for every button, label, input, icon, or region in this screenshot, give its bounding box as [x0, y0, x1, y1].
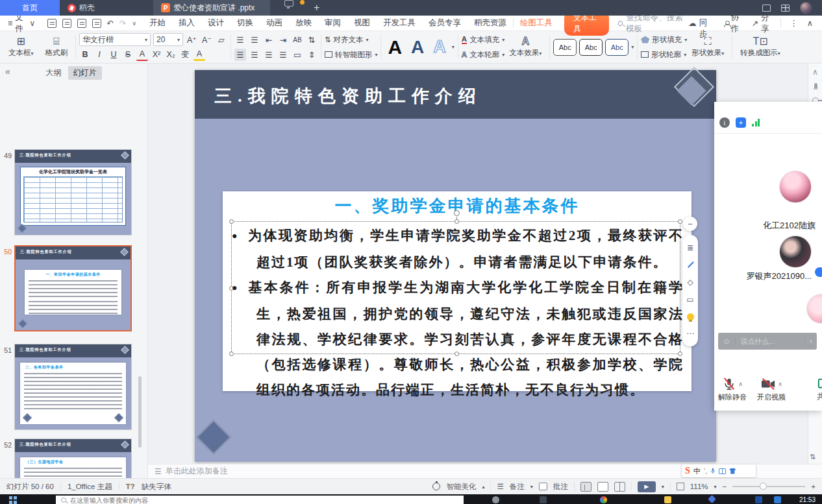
ime-mode[interactable]: 中 [693, 466, 701, 476]
highlight-button[interactable]: A [193, 49, 205, 61]
align-right-button[interactable]: ☰ [263, 49, 275, 61]
superscript-button[interactable]: X² [151, 49, 162, 61]
decrease-indent-button[interactable]: ⇤ [263, 34, 275, 46]
unmute-button[interactable]: ∧ 解除静音 [714, 377, 751, 402]
menu-item-insert[interactable]: 插入 [172, 18, 201, 29]
bold-button[interactable]: B [79, 49, 91, 61]
zoom-out-button[interactable]: − [723, 483, 727, 490]
italic-button[interactable]: I [93, 49, 105, 61]
ime-punct[interactable]: ’, [704, 467, 708, 475]
tips-bulb-icon[interactable] [687, 313, 694, 320]
rotate-handle[interactable] [454, 210, 460, 216]
menu-item-devtools[interactable]: 开发工具 [377, 18, 422, 29]
fit-slide-icon[interactable] [677, 483, 684, 490]
collapse-ribbon-icon[interactable]: ∧ [807, 18, 813, 28]
redo-button[interactable]: ↷ [119, 18, 126, 28]
zoom-slider[interactable] [732, 486, 805, 487]
more-tools-icon[interactable]: ⋯ [686, 329, 694, 338]
print-button[interactable] [77, 19, 86, 28]
participant-avatar[interactable] [806, 294, 822, 324]
participant-avatar[interactable] [779, 171, 812, 203]
print-preview-button[interactable] [92, 19, 101, 28]
taskbar-search[interactable] [56, 496, 464, 504]
shapes-icon[interactable]: ◇ [687, 278, 693, 287]
collapse-panel-icon[interactable]: « [5, 66, 10, 77]
share-screen-button[interactable]: 共享 [806, 377, 822, 402]
line-spacing-button[interactable]: ⇅ [306, 34, 318, 46]
board-icon[interactable]: ▭ [686, 295, 693, 304]
reading-view-button[interactable] [614, 482, 625, 492]
layers-icon[interactable]: ≣ [687, 243, 693, 252]
font-name-select[interactable]: 华文行楷 ▾ [79, 33, 151, 46]
menu-item-view[interactable]: 视图 [347, 18, 377, 29]
comments-button[interactable]: 批注 [553, 482, 568, 492]
account-avatar[interactable] [800, 2, 812, 14]
text-fill-button[interactable]: A 文本填充 ▾ [462, 33, 504, 46]
taskbar-app-icon[interactable] [492, 496, 499, 503]
tab-outline[interactable]: 大纲 [46, 67, 62, 78]
app-grid-icon[interactable] [781, 5, 790, 12]
clear-format-button[interactable]: ▱ [216, 34, 227, 46]
ime-keyboard-icon[interactable] [719, 468, 726, 474]
menu-item-docer-resource[interactable]: 稻壳资源 [467, 18, 513, 29]
zoom-in-button[interactable]: + [811, 483, 816, 490]
page-updown-icon[interactable]: ⇅ [810, 453, 816, 461]
body-text[interactable]: 为体现资助均衡，学生申请学院奖助学金不超过2项，最终获评不超过1项（团队奖获奖者… [232, 223, 684, 403]
clock[interactable]: 21:53 [799, 496, 816, 503]
align-left-button[interactable]: ☰ [234, 49, 246, 61]
sidebar-scrollbar[interactable] [138, 376, 142, 448]
window-layout-icon[interactable] [762, 5, 771, 12]
slide-thumbnail-49[interactable]: 三.我院特色资助工作介绍 化学化工学院现设奖助学金一览表 [14, 149, 132, 235]
menu-item-slideshow[interactable]: 放映 [289, 18, 318, 29]
menu-item-review[interactable]: 审阅 [318, 18, 347, 29]
more-menu-icon[interactable]: ⋮ [790, 18, 798, 28]
subscript-button[interactable]: X₂ [165, 49, 177, 61]
text-outline-button[interactable]: A 文本轮廓 ▾ [462, 48, 504, 61]
font-color-button[interactable]: A [136, 49, 148, 61]
shape-fill-button[interactable]: 形状填充 ▾ [641, 33, 687, 46]
save-button[interactable] [47, 19, 56, 28]
scroll-up-icon[interactable]: ∧ [812, 67, 818, 77]
text-style-black[interactable]: A [384, 36, 405, 58]
strikethrough-button[interactable]: S [122, 49, 134, 61]
text-style-outline[interactable]: A [430, 37, 449, 57]
smiley-icon[interactable]: ☺ [723, 337, 730, 346]
taskbar-search-input[interactable] [70, 497, 428, 504]
notes-toggle-button[interactable]: 备注 [510, 482, 525, 492]
more-styles-icon[interactable]: ▾ [452, 44, 455, 50]
undo-button[interactable]: ↶ [107, 18, 114, 28]
align-center-button[interactable]: ☰ [249, 49, 260, 61]
menu-item-animation[interactable]: 动画 [260, 18, 289, 29]
more-shape-styles-icon[interactable]: ▾ [631, 44, 634, 50]
browser-icon[interactable] [600, 496, 607, 503]
collapse-chat-icon[interactable]: ‹ [810, 337, 812, 346]
missing-font-warning[interactable]: 缺失字体 [142, 482, 171, 492]
tab-slides[interactable]: 幻灯片 [68, 66, 102, 80]
normal-view-button[interactable] [580, 482, 592, 492]
slide-thumbnail-51[interactable]: 三.我院特色资助工作介绍 二、各奖助学金条件 [14, 344, 132, 430]
tab-document[interactable]: P 爱心使者资助宣讲 .pptx [153, 0, 270, 16]
shield-icon[interactable]: + [736, 117, 746, 128]
decrease-font-button[interactable]: A⁻ [201, 34, 213, 46]
play-options-icon[interactable]: ▾ [662, 484, 664, 490]
theme-name[interactable]: 1_Office 主题 [68, 482, 112, 492]
taskbar-app-icon[interactable] [774, 496, 781, 503]
task-view-icon[interactable] [540, 496, 547, 503]
collapse-tools-button[interactable]: − [683, 217, 697, 231]
align-text-button[interactable]: ⇅ 对齐文本 ▾ [325, 33, 378, 46]
play-slideshow-button[interactable]: ▶ [638, 481, 656, 492]
slide-sorter-view-button[interactable] [597, 482, 608, 492]
menu-item-transition[interactable]: 切换 [230, 18, 260, 29]
taskbar-app-icon[interactable] [755, 496, 762, 503]
phonetic-button[interactable]: 变 [179, 49, 191, 61]
text-effects-button[interactable]: A 文本效果▾ [504, 33, 546, 61]
menu-item-drawing-tools[interactable]: 绘图工具 [514, 18, 559, 29]
shape-style-1[interactable]: Abc [553, 39, 577, 56]
taskbar-app-icon[interactable] [708, 495, 716, 503]
tab-docer[interactable]: 稻壳 [60, 0, 127, 16]
more-quick-tools-icon[interactable]: ∨ [132, 20, 136, 27]
ime-skin-icon[interactable] [729, 468, 736, 474]
slide-title[interactable]: 三.我院特色资助工作介绍 [195, 70, 716, 108]
text-style-navy[interactable]: A [408, 37, 427, 58]
format-painter-button[interactable]: ⌸ 格式刷 [41, 36, 73, 58]
